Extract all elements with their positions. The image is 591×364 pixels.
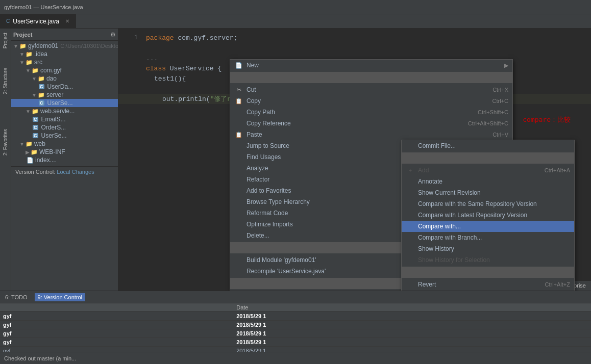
java-icon: C [33, 117, 38, 122]
submenu-item-compare-same[interactable]: Compare with the Same Repository Version [402, 198, 574, 210]
submenu-item-commit-file[interactable]: Commit File... [402, 140, 574, 151]
favorites-tool-tab[interactable]: 2: Favorites [2, 127, 9, 158]
vc-col-date: Date [233, 303, 538, 312]
tree-item-server[interactable]: ▼ 📁 server [11, 91, 118, 99]
cut-icon: ✂ [234, 87, 243, 93]
tree-label: UserSe... [47, 99, 73, 107]
project-tool-tab[interactable]: Project [2, 31, 9, 50]
submenu-separator-1 [402, 152, 574, 164]
version-control-tab[interactable]: 9: Version Control [35, 293, 85, 301]
vc-cell-date: 2018/5/29 1 [233, 312, 538, 321]
top-bar: gyfdemo01 — UserService.java [0, 0, 591, 14]
todo-tab[interactable]: 6: TODO [2, 293, 31, 301]
tab-label: UserService.java [13, 18, 59, 25]
menu-label-copy-reference: Copy Reference [247, 120, 458, 127]
tree-item-src[interactable]: ▼ 📁 src [11, 58, 118, 66]
tree-item-gyfdemo01[interactable]: ▼ 📁 gyfdemo01 C:\Users\10301\Deskto [11, 42, 118, 50]
paste-icon: 📋 [234, 132, 243, 138]
vc-panel: 6: TODO 9: Version Control Date gyf2018/… [0, 291, 591, 352]
java-file-icon: C [6, 18, 10, 24]
tree-item-dao[interactable]: ▼ 📁 dao [11, 74, 118, 83]
shortcut-copy: Ctrl+C [493, 98, 508, 104]
submenu-item-compare-with[interactable]: Compare with... [402, 221, 574, 232]
vc-row[interactable]: gyf2018/5/29 1 [0, 312, 591, 321]
vc-cell-extra [539, 321, 591, 329]
separator-1 [230, 72, 512, 83]
menu-item-copy-path[interactable]: Copy Path Ctrl+Shift+C [230, 107, 512, 118]
vc-cell-extra [539, 329, 591, 338]
editor-tab-userservice[interactable]: C UserService.java ✕ [0, 14, 76, 29]
tab-bar: C UserService.java ✕ [0, 14, 591, 29]
shortcut-add: Ctrl+Alt+A [545, 167, 570, 173]
submenu-item-show-history[interactable]: Show History [402, 243, 574, 254]
java-icon: C [33, 133, 38, 138]
tree-arrow: ▼ [32, 76, 37, 82]
tree-label: dao [46, 75, 57, 82]
folder-icon: 📁 [26, 51, 33, 58]
main-area: Project 2: Structure 2: Favorites Projec… [0, 29, 591, 291]
project-toolbar: Project ⚙ [11, 29, 118, 41]
vc-cell-extra [539, 312, 591, 321]
vc-cell-date: 2018/5/29 1 [233, 338, 538, 347]
menu-label-copy-path: Copy Path [247, 109, 467, 116]
tree-arrow: ▶ [26, 149, 30, 155]
tree-label: UserDa... [47, 83, 73, 90]
folder-icon: 📁 [32, 67, 39, 74]
tree-item-comgyf[interactable]: ▼ 📁 com.gyf [11, 66, 118, 74]
vc-row[interactable]: gyf2018/5/29 1 [0, 321, 591, 329]
menu-item-paste[interactable]: 📋 Paste Ctrl+V [230, 129, 512, 140]
submenu-item-revert[interactable]: Revert Ctrl+Alt+Z [402, 279, 574, 290]
vc-cell-date: 2018/5/29 1 [233, 321, 538, 329]
tree-item-idea[interactable]: ▼ 📁 .idea [11, 50, 118, 58]
tree-item-orders[interactable]: C OrderS... [11, 123, 118, 132]
java-icon-selected: C [39, 100, 44, 106]
menu-label-new: New [247, 62, 502, 69]
tree-label: EmailS... [41, 116, 66, 123]
submenu-item-add: + Add Ctrl+Alt+A [402, 165, 574, 176]
vc-row[interactable]: gyf2018/5/29 1 [0, 338, 591, 347]
submenu-item-compare-latest[interactable]: Compare with Latest Repository Version [402, 210, 574, 221]
menu-label-paste: Paste [247, 131, 482, 138]
tree-item-webservlet[interactable]: ▼ 📁 web.servle... [11, 107, 118, 115]
tree-item-index[interactable]: 📄 index.... [11, 156, 118, 164]
tree-label: index.... [35, 157, 57, 164]
submenu-label-show-history: Show History [418, 245, 570, 252]
submenu-label-compare-latest: Compare with Latest Repository Version [418, 212, 570, 219]
vc-row[interactable]: gyf2018/5/29 1 [0, 329, 591, 338]
menu-item-copy[interactable]: 📋 Copy Ctrl+C [230, 95, 512, 107]
menu-label-copy: Copy [247, 97, 482, 105]
folder-icon: 📁 [38, 92, 45, 98]
tree-label: .idea [34, 50, 47, 58]
tree-item-emails[interactable]: C EmailS... [11, 115, 118, 123]
vc-col-extra [539, 303, 591, 312]
vc-toolbar: 6: TODO 9: Version Control [0, 291, 591, 303]
vc-cell-user: gyf [0, 312, 233, 321]
submenu-label-annotate: Annotate [418, 178, 570, 185]
menu-item-new[interactable]: 📄 New ▶ [230, 60, 512, 71]
shortcut-copy-path: Ctrl+Shift+C [478, 109, 508, 115]
add-icon: + [406, 167, 415, 173]
code-text: test1(){ [146, 75, 186, 83]
tree-item-userse2[interactable]: C UserSe... [11, 132, 118, 140]
submenu-label-revert: Revert [418, 281, 534, 288]
tree-item-userda[interactable]: C UserDa... [11, 83, 118, 91]
gear-icon[interactable]: ⚙ [110, 31, 116, 38]
tree-label: web [34, 140, 45, 147]
tree-item-userse-selected[interactable]: C UserSe... [11, 99, 118, 107]
menu-item-cut[interactable]: ✂ Cut Ctrl+X [230, 84, 512, 95]
status-text: Checked out master (a min... [4, 355, 76, 361]
top-bar-title: gyfdemo01 — UserService.java [4, 4, 83, 10]
bottom-status-bar: Checked out master (a min... [0, 352, 591, 364]
menu-item-copy-reference[interactable]: Copy Reference Ctrl+Alt+Shift+C [230, 118, 512, 129]
submenu-item-annotate[interactable]: Annotate [402, 176, 574, 187]
shortcut-copy-reference: Ctrl+Alt+Shift+C [468, 120, 508, 126]
tree-item-web[interactable]: ▼ 📁 web [11, 140, 118, 148]
structure-tool-tab[interactable]: 2: Structure [2, 66, 9, 96]
submenu-item-compare-branch[interactable]: Compare with Branch... [402, 232, 574, 243]
editor-area: 1 package com.gyf.server; ... class User… [118, 29, 591, 291]
submenu-item-show-revision[interactable]: Show Current Revision [402, 187, 574, 198]
tree-item-webinf[interactable]: ▶ 📁 WEB-INF [11, 148, 118, 156]
tree-arrow: ▼ [26, 109, 31, 114]
tab-close-icon[interactable]: ✕ [65, 18, 69, 24]
tree-label: OrderS... [41, 124, 66, 131]
